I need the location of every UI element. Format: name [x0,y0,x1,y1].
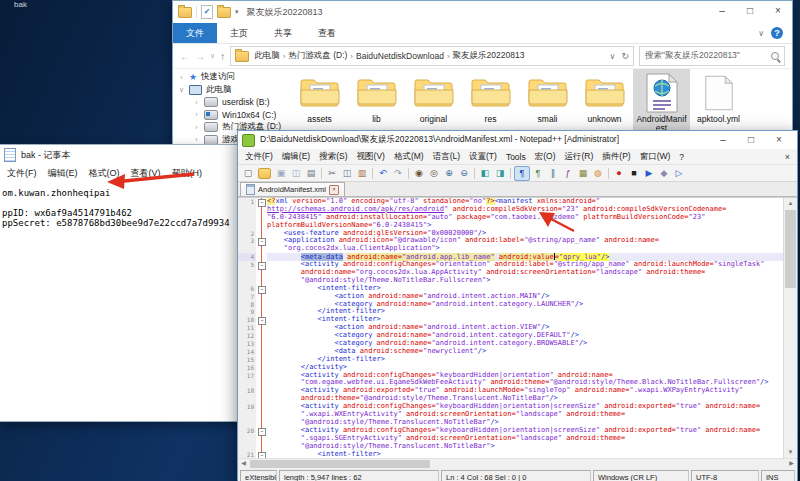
fold-margin[interactable] [256,443,267,451]
fold-margin[interactable] [256,214,267,222]
menu-item[interactable]: 格式(M) [394,151,424,163]
sidebar-item[interactable]: ›★快速访问 [173,71,289,84]
fold-collapse-icon[interactable]: − [258,199,266,207]
ribbon-tab[interactable]: 查看 [305,23,349,43]
fold-margin[interactable] [256,435,267,443]
doc-switcher-icon[interactable]: ◍ [591,167,605,180]
save-all-icon[interactable]: ◫ [289,167,303,180]
indent-guide-icon[interactable]: ∥ [546,167,560,180]
fold-margin[interactable] [256,230,267,238]
ribbon-tab[interactable]: 主页 [217,23,261,43]
fold-margin[interactable] [256,301,267,309]
macro-save-icon[interactable]: ◆ [657,167,671,180]
notepad-text-area[interactable]: om.kuwan.zhonheqipai ppID: wx6af9a451479… [0,181,238,228]
menu-item[interactable]: 运行(R) [565,151,594,163]
menu-item[interactable]: 编辑(E) [282,151,310,163]
menu-item[interactable]: 查看(V) [131,167,161,180]
address-box[interactable]: 此电脑›热门游戏盘 (D:)›BaiduNetdiskDownload›聚友娱乐… [230,46,634,66]
scroll-up-icon[interactable]: ▲ [784,198,797,209]
status-eol-format[interactable]: Windows (CR LF) [593,470,689,481]
fold-collapse-icon[interactable]: − [258,428,266,436]
tab-close-icon[interactable]: × [329,185,339,195]
horizontal-scrollbar-thumb[interactable] [250,460,430,468]
file-item[interactable]: apktool.yml [690,69,747,133]
fold-collapse-icon[interactable]: − [258,238,266,246]
close-button[interactable]: × [765,131,793,149]
close-button[interactable]: × [764,1,792,21]
new-folder-icon[interactable] [217,7,231,18]
menu-item[interactable]: 语言(L) [433,151,460,163]
menu-item[interactable]: 窗口(W) [640,151,671,163]
fold-margin[interactable] [256,387,267,395]
fold-margin[interactable] [256,324,267,332]
fold-margin[interactable] [256,340,267,348]
fold-margin[interactable] [256,356,267,364]
file-item[interactable]: smali [519,69,576,133]
sync-v-scroll-icon[interactable]: ◧ [478,167,492,180]
file-item[interactable]: AndroidManifest [633,69,690,133]
refresh-icon[interactable]: ↻ [621,51,629,61]
fold-margin[interactable] [256,348,267,356]
customize-qat-chevron-icon[interactable]: ▾ [235,8,239,16]
expand-chevron-icon[interactable]: › [178,74,185,81]
open-folder-icon[interactable] [258,168,271,179]
new-file-icon[interactable]: ▢ [241,167,255,180]
macro-record-icon[interactable]: ● [612,167,626,180]
maximize-button[interactable]: □ [737,131,765,149]
show-all-chars-icon[interactable]: ¶ [531,167,545,180]
fold-margin[interactable] [256,332,267,340]
sidebar-item[interactable]: ›userdisk (B:) [173,96,289,109]
fold-margin[interactable]: − [256,451,267,459]
menu-item[interactable]: 帮助(H) [172,167,203,180]
status-insert-mode[interactable]: INS [761,470,795,481]
fold-margin[interactable] [256,277,267,285]
code-editor[interactable]: 1−<?xml version="1.0" encoding="utf-8" s… [238,197,797,458]
menu-item[interactable]: 搜索(S) [319,151,347,163]
replace-icon[interactable]: ◎ [427,167,441,180]
file-item[interactable]: unknown [576,69,633,133]
menu-item[interactable]: Tools [506,152,526,162]
fold-margin[interactable] [256,308,267,316]
expand-chevron-icon[interactable]: › [193,124,200,131]
sync-h-scroll-icon[interactable]: ◨ [493,167,507,180]
expand-chevron-icon[interactable]: › [193,99,200,106]
ribbon-tab[interactable]: 共享 [261,23,305,43]
cut-icon[interactable]: ✂ [325,167,339,180]
expand-chevron-icon[interactable]: › [193,136,200,143]
fold-margin[interactable] [256,419,267,427]
undo-icon[interactable]: ↶ [376,167,390,180]
search-input[interactable]: 搜索"聚友娱乐20220813" [639,46,785,66]
properties-check-icon[interactable]: ✓ [201,5,213,19]
fold-margin[interactable] [256,372,267,380]
up-icon[interactable]: ↑ [220,51,225,62]
fold-collapse-icon[interactable]: − [258,317,266,325]
menu-item[interactable]: 文件(F) [245,151,273,163]
fold-collapse-icon[interactable]: − [258,452,266,459]
help-icon[interactable]: ? [771,27,783,39]
copy-icon[interactable]: ◫ [340,167,354,180]
menu-item[interactable]: 设置(T) [469,151,497,163]
status-encoding[interactable]: UTF-8 [691,470,759,481]
fold-margin[interactable] [256,222,267,230]
zoom-in-icon[interactable]: ⊕ [442,167,456,180]
breadcrumb-item[interactable]: 此电脑 [251,50,283,62]
fold-margin[interactable] [256,395,267,403]
file-item[interactable]: lib [348,69,405,133]
close-document-icon[interactable]: × [785,152,790,162]
recent-locations-chevron-icon[interactable]: ∨ [210,52,215,60]
address-dropdown-chevron-icon[interactable]: ∨ [610,52,616,61]
fold-margin[interactable] [256,379,267,387]
fold-margin[interactable] [256,245,267,253]
minimize-button[interactable]: – [709,131,737,149]
document-tab[interactable]: AndroidManifest.xml × [240,182,345,196]
print-icon[interactable]: ▤ [304,167,318,180]
fold-margin[interactable]: − [256,316,267,324]
scroll-right-icon[interactable]: ▶ [786,459,797,468]
fold-margin[interactable]: − [256,237,267,245]
fold-margin[interactable]: − [256,427,267,435]
function-list-icon[interactable]: ƒ [561,167,575,180]
macro-stop-icon[interactable]: ■ [627,167,641,180]
ribbon-tab[interactable]: 文件 [173,23,217,43]
breadcrumb-item[interactable]: 热门游戏盘 (D:) [285,50,350,62]
menu-item[interactable]: 插件(P) [602,151,630,163]
